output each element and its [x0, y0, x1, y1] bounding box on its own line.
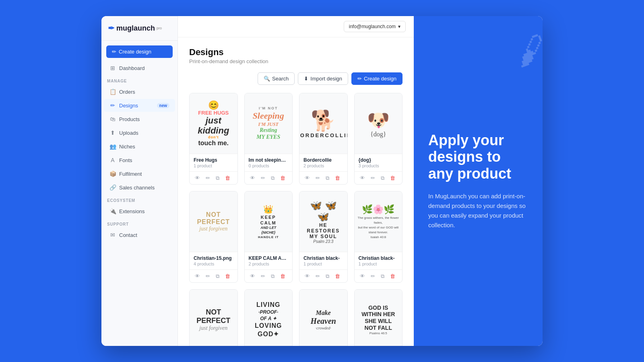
brush-icon: 🖌 — [509, 28, 543, 74]
copy-btn-1[interactable]: ⧉ — [215, 174, 221, 182]
sidebar-item-uploads[interactable]: ⬆ Uploads — [104, 126, 175, 139]
delete-btn-3[interactable]: 🗑 — [334, 174, 341, 182]
pencil-icon: ✏ — [112, 49, 116, 55]
edit-btn-2[interactable]: ✏ — [260, 174, 266, 182]
preview-btn-8[interactable]: 👁 — [359, 272, 366, 280]
sidebar-item-fonts[interactable]: A Fonts — [104, 154, 175, 167]
design-preview-9[interactable]: NOT PERFECT just forgiven — [190, 290, 237, 346]
search-button[interactable]: 🔍 Search — [258, 72, 295, 85]
sidebar-dashboard[interactable]: ⊞ Dashboard — [104, 62, 175, 74]
preview-btn-2[interactable]: 👁 — [249, 174, 256, 182]
sidebar-item-fulfilment[interactable]: 📦 Fulfilment — [104, 167, 175, 180]
delete-btn-6[interactable]: 🗑 — [279, 272, 287, 280]
sidebar-item-extensions[interactable]: 🔌 Extensions — [104, 205, 175, 218]
preview-btn-1[interactable]: 👁 — [194, 174, 201, 182]
design-info-8: Christian black- 1 product — [355, 252, 402, 269]
design-card-9: NOT PERFECT just forgiven Christian blac… — [189, 289, 238, 346]
copy-btn-5[interactable]: ⧉ — [215, 272, 221, 280]
preview-btn-5[interactable]: 👁 — [194, 272, 201, 280]
app-beta: pro — [157, 26, 162, 30]
design-info-2: Im not sleeping.png 0 products — [245, 154, 293, 171]
design-name-5: Christian-15.png — [194, 255, 233, 261]
delete-btn-5[interactable]: 🗑 — [224, 272, 231, 280]
fonts-label: Fonts — [119, 157, 132, 163]
sidebar-item-niches[interactable]: 👥 Niches — [104, 140, 175, 153]
design-preview-3[interactable]: 🐕 BORDERCOLLIE — [299, 93, 347, 154]
dashboard-label: Dashboard — [119, 65, 145, 71]
design-actions-7: 👁 ✏ ⧉ 🗑 — [299, 269, 347, 282]
copy-btn-2[interactable]: ⧉ — [270, 174, 276, 182]
designs-label: Designs — [119, 103, 138, 109]
copy-btn-4[interactable]: ⧉ — [380, 174, 386, 182]
sidebar-item-contact[interactable]: ✉ Contact — [104, 228, 175, 241]
sidebar-item-orders[interactable]: 📋 Orders — [104, 85, 175, 98]
import-design-button[interactable]: ⬇ Import design — [298, 72, 348, 85]
user-menu[interactable]: info@muglaunch.com ▾ — [344, 21, 406, 32]
edit-btn-7[interactable]: ✏ — [314, 272, 321, 280]
preview-btn-7[interactable]: 👁 — [303, 272, 311, 280]
copy-btn-3[interactable]: ⧉ — [324, 174, 330, 182]
edit-btn-4[interactable]: ✏ — [369, 174, 376, 182]
delete-btn-8[interactable]: 🗑 — [389, 272, 396, 280]
design-preview-1[interactable]: 😊 FREE HUGS just kidding don't touch me. — [190, 93, 237, 154]
products-icon: 🛍 — [109, 116, 116, 122]
edit-btn-1[interactable]: ✏ — [204, 174, 211, 182]
create-design-label: Create design — [364, 76, 396, 82]
design-preview-8[interactable]: 🌿🌸🌿 The grass withers, the flower fades,… — [355, 191, 402, 252]
preview-btn-6[interactable]: 👁 — [249, 272, 256, 280]
extensions-icon: 🔌 — [109, 208, 116, 214]
edit-btn-3[interactable]: ✏ — [314, 174, 321, 182]
preview-btn-3[interactable]: 👁 — [303, 174, 311, 182]
design-info-5: Christian-15.png 4 products — [190, 252, 237, 269]
design-card-3: 🐕 BORDERCOLLIE Bordercollie 2 products 👁… — [299, 93, 348, 185]
design-preview-10[interactable]: LIVING ·PROOF· OF A ✦ LOVING GOD✦ — [245, 290, 293, 346]
main-content: info@muglaunch.com ▾ Designs Print-on-de… — [178, 16, 414, 346]
delete-btn-4[interactable]: 🗑 — [389, 174, 396, 182]
sales-channels-label: Sales channels — [119, 185, 155, 191]
design-card-11: Make Heaven ·crowded· Christian black- 👁… — [299, 289, 348, 346]
design-preview-6[interactable]: 👑 KEEP CALM AND LET {NICHE} HANDLE IT — [245, 191, 293, 252]
design-preview-7[interactable]: 🦋 🦋 🦋 HE RESTORES MY SOUL Psalm 23:3 — [299, 191, 347, 252]
niches-icon: 👥 — [109, 143, 116, 150]
sales-channels-icon: 🔗 — [109, 184, 116, 191]
sidebar-item-products[interactable]: 🛍 Products — [104, 113, 175, 125]
sidebar-create-button[interactable]: ✏ Create design — [106, 45, 173, 58]
delete-btn-1[interactable]: 🗑 — [224, 174, 231, 182]
search-label: Search — [272, 76, 289, 82]
design-preview-2[interactable]: I'M NOT Sleeping I'M JUST Resting MY EYE… — [245, 93, 293, 154]
design-info-7: Christian black- 1 product — [299, 252, 347, 269]
design-actions-1: 👁 ✏ ⧉ 🗑 — [190, 171, 237, 184]
sidebar-item-designs[interactable]: ✏ Designs new — [104, 99, 175, 112]
copy-btn-7[interactable]: ⧉ — [324, 272, 330, 280]
design-products-7: 1 product — [303, 261, 343, 266]
edit-btn-6[interactable]: ✏ — [260, 272, 266, 280]
orders-label: Orders — [119, 89, 135, 95]
design-products-1: 1 product — [194, 163, 233, 168]
copy-btn-8[interactable]: ⧉ — [380, 272, 386, 280]
preview-btn-4[interactable]: 👁 — [359, 174, 366, 182]
design-name-6: KEEP CALM AND LET {NICH... — [249, 255, 289, 261]
delete-btn-2[interactable]: 🗑 — [279, 174, 287, 182]
design-info-3: Bordercollie 2 products — [299, 154, 347, 171]
design-card-10: LIVING ·PROOF· OF A ✦ LOVING GOD✦ Christ… — [244, 289, 293, 346]
design-preview-4[interactable]: 🐶 {dog} — [355, 93, 402, 154]
edit-btn-8[interactable]: ✏ — [369, 272, 376, 280]
ecosystem-section-label: ECOSYSTEM — [101, 194, 178, 204]
sidebar-item-sales-channels[interactable]: 🔗 Sales channels — [104, 181, 175, 194]
import-icon: ⬇ — [304, 76, 308, 82]
design-products-6: 2 products — [249, 261, 289, 266]
copy-btn-6[interactable]: ⧉ — [270, 272, 276, 280]
design-name-7: Christian black- — [303, 255, 343, 261]
design-products-2: 0 products — [249, 163, 289, 168]
design-preview-11[interactable]: Make Heaven ·crowded· — [299, 290, 347, 346]
design-preview-12[interactable]: GOD IS WITHIN HER SHE WILL NOT FALL Psal… — [355, 290, 402, 346]
design-actions-4: 👁 ✏ ⧉ 🗑 — [355, 171, 402, 184]
create-design-button[interactable]: ✏ Create design — [351, 72, 402, 85]
design-name-2: Im not sleeping.png — [249, 157, 289, 163]
delete-btn-7[interactable]: 🗑 — [334, 272, 341, 280]
search-icon: 🔍 — [264, 76, 270, 82]
edit-btn-5[interactable]: ✏ — [204, 272, 211, 280]
design-preview-5[interactable]: NOT PERFECT just forgiven — [190, 191, 237, 252]
products-label: Products — [119, 116, 140, 122]
design-card-2: I'M NOT Sleeping I'M JUST Resting MY EYE… — [244, 93, 293, 185]
